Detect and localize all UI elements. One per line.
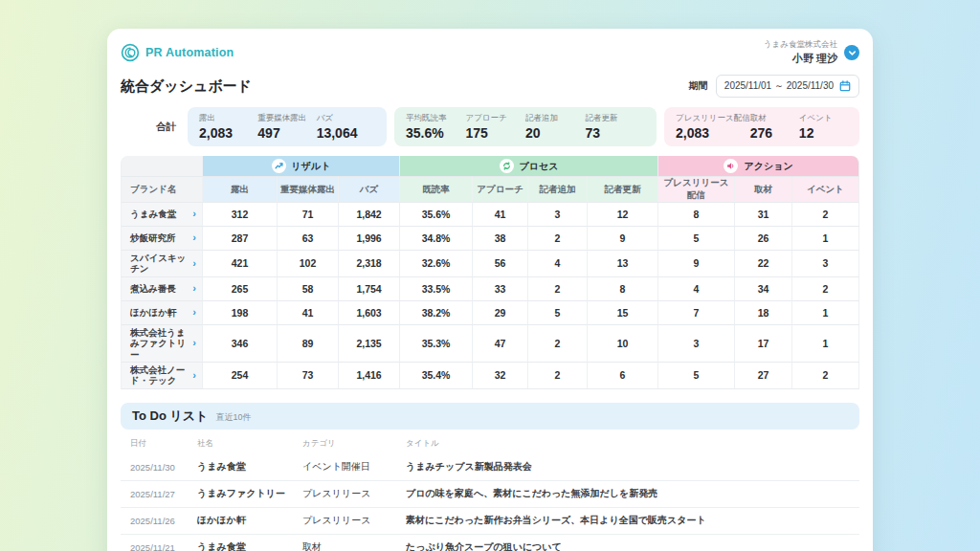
- group-header-spacer: [121, 156, 203, 177]
- metric-cell: 56: [473, 251, 528, 277]
- metric-cell: 32: [473, 363, 528, 389]
- table-row: 炒飯研究所›287631,99634.8%38295261: [121, 227, 859, 251]
- dashboard-card: PR Automation うまみ食堂株式会社 小野 理沙 統合ダッシュボード …: [107, 29, 873, 551]
- summary-stat-label: 取材: [750, 113, 799, 124]
- metric-cell: 254: [203, 363, 278, 389]
- metric-cell: 102: [278, 251, 339, 277]
- metric-cell: 41: [278, 301, 339, 325]
- period-value: 2025/11/01 ～ 2025/11/30: [724, 79, 834, 93]
- metric-cell: 2: [528, 325, 588, 363]
- todo-col-date: 日付: [130, 438, 189, 450]
- metric-cell: 3: [528, 203, 588, 227]
- metric-cell: 9: [588, 227, 658, 251]
- brand-table-body: うまみ食堂›312711,84235.6%413128312炒飯研究所›2876…: [121, 203, 859, 389]
- chevron-right-icon: ›: [192, 231, 196, 244]
- summary-stat-label: 重要媒体露出: [257, 113, 316, 124]
- brand-cell[interactable]: うまみ食堂›: [121, 203, 203, 227]
- brand-cell[interactable]: 煮込み番長›: [121, 277, 203, 301]
- totals-label: 合計: [121, 107, 180, 146]
- summary-stat-value: 12: [799, 125, 848, 141]
- col-approach: アプローチ: [473, 177, 528, 203]
- table-row: うまみ食堂›312711,84235.6%413128312: [121, 203, 859, 227]
- megaphone-icon: [724, 159, 738, 173]
- summary-stat-value: 20: [525, 125, 586, 141]
- summary-process-box: 平均既読率35.6%アプローチ175記者追加20記者更新73: [394, 107, 657, 146]
- metric-cell: 13: [588, 251, 658, 277]
- metric-cell: 5: [528, 301, 588, 325]
- brand-name: うまみ食堂: [130, 209, 176, 219]
- metric-cell: 9: [658, 251, 735, 277]
- metric-cell: 58: [278, 277, 339, 301]
- period-label: 期間: [689, 79, 708, 93]
- metric-cell: 35.6%: [400, 203, 473, 227]
- chevron-right-icon: ›: [192, 257, 196, 270]
- spiral-logo-icon: [121, 43, 140, 62]
- column-header-row: ブランド名 露出 重要媒体露出 バズ 既読率 アプローチ 記者追加 記者更新 プ…: [121, 177, 859, 203]
- todo-date: 2025/11/27: [130, 489, 189, 499]
- summary-stat: 取材276: [750, 113, 799, 141]
- col-read-rate: 既読率: [400, 177, 473, 203]
- metric-cell: 5: [658, 363, 735, 389]
- table-row: 株式会社ノード・テック›254731,41635.4%32265272: [121, 363, 859, 389]
- col-buzz: バズ: [339, 177, 400, 203]
- brand-name: 炒飯研究所: [130, 232, 176, 243]
- metric-cell: 2,135: [339, 325, 400, 363]
- metric-cell: 15: [588, 301, 658, 325]
- summary-stat-label: 記者追加: [525, 113, 586, 124]
- todo-item-title: うまみチップス新製品発表会: [406, 460, 850, 474]
- metric-cell: 22: [735, 251, 792, 277]
- app-logo[interactable]: PR Automation: [121, 43, 234, 62]
- todo-row: 2025/11/27うまみファクトリープレスリリースプロの味を家庭へ、素材にこだ…: [121, 481, 859, 508]
- summary-stat: プレスリリース配信2,083: [676, 113, 750, 141]
- col-event: イベント: [792, 177, 859, 203]
- table-row: 株式会社うまみファクトリー›346892,13535.3%472103171: [121, 325, 859, 363]
- brand-name: スパイスキッチン: [130, 253, 189, 275]
- metric-cell: 2: [792, 203, 859, 227]
- metric-cell: 26: [735, 227, 792, 251]
- todo-section: To Do リスト 直近10件 日付 社名 カテゴリ タイトル 2025/11/…: [121, 403, 859, 551]
- chevron-down-icon[interactable]: [844, 45, 859, 60]
- metric-cell: 41: [473, 203, 528, 227]
- summary-stat: 露出2,083: [199, 113, 257, 141]
- brand-cell[interactable]: 炒飯研究所›: [121, 227, 203, 251]
- trend-up-icon: [272, 159, 286, 173]
- metric-cell: 34: [735, 277, 792, 301]
- brand-cell[interactable]: ほかほか軒›: [121, 301, 203, 325]
- col-reporter-add: 記者追加: [528, 177, 588, 203]
- todo-title: To Do リスト: [132, 408, 208, 425]
- metric-cell: 10: [588, 325, 658, 363]
- summary-result-box: 露出2,083重要媒体露出497バズ13,064: [188, 107, 387, 146]
- metric-cell: 7: [658, 301, 735, 325]
- brand-cell[interactable]: 株式会社ノード・テック›: [121, 363, 203, 389]
- summary-stat-value: 2,083: [676, 125, 750, 141]
- page-title: 統合ダッシュボード: [121, 77, 252, 96]
- todo-company: うまみファクトリー: [197, 487, 295, 500]
- summary-stat-label: バズ: [317, 113, 375, 124]
- period-selector[interactable]: 2025/11/01 ～ 2025/11/30: [716, 75, 859, 98]
- col-brand: ブランド名: [121, 177, 203, 203]
- metric-cell: 63: [278, 227, 339, 251]
- brand-name: ほかほか軒: [130, 307, 176, 318]
- brand-cell[interactable]: 株式会社うまみファクトリー›: [121, 325, 203, 363]
- brand-name: 煮込み番長: [130, 283, 176, 294]
- todo-column-headers: 日付 社名 カテゴリ タイトル: [121, 433, 859, 454]
- metric-cell: 2: [528, 227, 588, 251]
- user-company: うまみ食堂株式会社: [764, 39, 837, 51]
- brand-metrics-table: リザルト プロセス アクショ: [121, 156, 859, 389]
- metric-cell: 1,754: [339, 277, 400, 301]
- user-menu[interactable]: うまみ食堂株式会社 小野 理沙: [764, 39, 859, 66]
- todo-subtitle: 直近10件: [215, 411, 251, 424]
- todo-col-company: 社名: [197, 438, 295, 450]
- brand-cell[interactable]: スパイスキッチン›: [121, 251, 203, 277]
- metric-cell: 31: [735, 203, 792, 227]
- summary-action-box: プレスリリース配信2,083取材276イベント12: [664, 107, 859, 146]
- metric-cell: 35.3%: [400, 325, 473, 363]
- metric-cell: 1: [792, 301, 859, 325]
- metric-cell: 1,842: [339, 203, 400, 227]
- metric-cell: 1: [792, 325, 859, 363]
- summary-stat: 平均既読率35.6%: [406, 113, 466, 141]
- card-header: PR Automation うまみ食堂株式会社 小野 理沙: [121, 38, 859, 67]
- summary-stat-value: 175: [466, 125, 526, 141]
- period-selector-group: 期間 2025/11/01 ～ 2025/11/30: [689, 75, 859, 98]
- metric-cell: 29: [473, 301, 528, 325]
